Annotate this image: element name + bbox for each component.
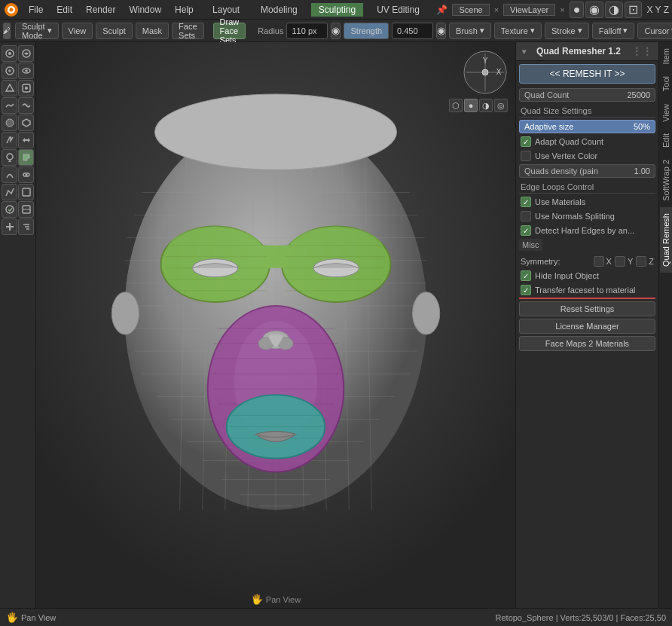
adapt-quad-checkbox[interactable]: ✓ <box>521 136 531 147</box>
tab-softwrap[interactable]: SoftWrap 2 <box>660 154 672 207</box>
brush-btn-1[interactable] <box>2 45 17 62</box>
workspace-modeling[interactable]: Modeling <box>253 3 305 17</box>
tab-view[interactable]: View <box>660 98 672 128</box>
brush-row-5 <box>2 115 34 131</box>
tool-btn-2[interactable] <box>18 184 34 200</box>
strength-btn[interactable]: Strength <box>344 23 389 39</box>
menu-render[interactable]: Render <box>80 3 121 17</box>
detect-hard-checkbox[interactable]: ✓ <box>521 225 531 236</box>
scene-selector[interactable]: Scene <box>452 4 489 16</box>
cursor-dropdown[interactable]: Cursor▾ <box>637 23 672 39</box>
texture-dropdown[interactable]: Texture▾ <box>494 23 542 39</box>
panel-scroll-dots[interactable]: ⋮⋮ <box>631 45 652 57</box>
face-sets-btn[interactable]: Face Sets <box>172 23 203 39</box>
brush-btn-16[interactable] <box>18 166 34 183</box>
workspace-sculpting[interactable]: Sculpting <box>311 3 363 17</box>
quad-count-row[interactable]: Quad Count 25000 <box>519 88 655 102</box>
brush-btn-10[interactable] <box>18 115 34 131</box>
brush-btn-2[interactable] <box>18 45 34 62</box>
brush-btn-8[interactable] <box>18 97 34 114</box>
brush-btn-12[interactable] <box>18 132 34 148</box>
tab-tool[interactable]: Tool <box>660 70 672 97</box>
sym-y-checkbox[interactable] <box>615 256 625 267</box>
panel-collapse-icon[interactable]: ▾ <box>522 47 526 56</box>
sym-z-checkbox[interactable] <box>636 256 646 267</box>
strength-value[interactable]: 0.450 <box>392 23 433 39</box>
svg-point-11 <box>25 87 28 90</box>
adaptive-label: Adaptive size <box>524 122 573 131</box>
menu-edit[interactable]: Edit <box>50 3 78 17</box>
tool-btn-4[interactable] <box>18 201 34 218</box>
tool-btn-3[interactable] <box>2 201 17 218</box>
brush-btn-9[interactable] <box>2 115 17 131</box>
tool-btn-6[interactable] <box>18 218 34 235</box>
brush-btn-4[interactable] <box>18 63 34 79</box>
brush-dropdown[interactable]: Brush▾ <box>449 23 491 39</box>
menu-file[interactable]: File <box>23 3 49 17</box>
viewport-shading-btn[interactable]: ◑ <box>605 2 623 18</box>
brush-btn-11[interactable] <box>2 132 17 148</box>
detect-hard-label: Detect Hard Edges by an... <box>535 226 634 235</box>
quads-density-row[interactable]: Quads density (pain 1.00 <box>519 164 655 178</box>
workspace-layout[interactable]: Layout <box>205 3 247 17</box>
adaptive-size-bar[interactable]: Adaptive size 50% <box>519 120 655 133</box>
viewport-navigator[interactable]: Y X <box>463 50 508 95</box>
hide-input-label: Hide Input Object <box>535 271 599 280</box>
use-materials-checkbox[interactable]: ✓ <box>521 197 531 207</box>
tab-item[interactable]: Item <box>660 42 672 70</box>
transfer-faceset-checkbox[interactable]: ✓ <box>521 285 531 295</box>
menu-help[interactable]: Help <box>169 3 200 17</box>
pan-label: Pan View <box>21 613 56 622</box>
sculpt-btn[interactable]: Sculpt <box>96 23 133 39</box>
falloff-dropdown[interactable]: Falloff▾ <box>592 23 635 39</box>
brush-btn-15[interactable] <box>2 166 17 183</box>
use-normals-label: Use Normals Splitting <box>535 212 615 221</box>
render-btn[interactable]: ● <box>570 2 585 18</box>
stroke-dropdown[interactable]: Stroke▾ <box>545 23 589 39</box>
adapt-quad-label: Adapt Quad Count <box>535 137 603 146</box>
brush-btn-13[interactable] <box>2 149 17 166</box>
tool-btn-5[interactable] <box>2 218 17 235</box>
use-vertex-checkbox[interactable] <box>521 151 531 161</box>
pan-view-status: 🖐 Pan View <box>6 612 56 623</box>
face-maps-button[interactable]: Face Maps 2 Materials <box>519 336 655 351</box>
pan-icon: 🖐 <box>6 612 18 623</box>
brush-btn-active[interactable] <box>18 149 34 166</box>
workspace-uv[interactable]: UV Editing <box>369 3 427 17</box>
tab-quad-remesh[interactable]: Quad Remesh <box>660 207 672 273</box>
hide-input-checkbox[interactable]: ✓ <box>521 270 531 281</box>
menu-window[interactable]: Window <box>123 3 167 17</box>
radius-value[interactable]: 110 px <box>286 23 328 39</box>
viewlayer-selector[interactable]: ViewLayer <box>503 4 555 16</box>
far-right-tabs: Item Tool View Edit SoftWrap 2 Quad Reme… <box>658 42 672 608</box>
rendered-btn[interactable]: ◎ <box>494 99 508 112</box>
view-btn[interactable]: View <box>62 23 93 39</box>
material-btn[interactable]: ◑ <box>479 99 493 112</box>
sym-z-label: Z <box>649 257 654 266</box>
tab-edit[interactable]: Edit <box>660 127 672 154</box>
overlay-btn[interactable]: ⊡ <box>625 2 642 18</box>
sym-x-checkbox[interactable] <box>594 256 604 267</box>
render-options-btn[interactable]: ◉ <box>585 2 603 18</box>
remesh-button[interactable]: << REMESH IT >> <box>519 64 655 84</box>
mask-btn[interactable]: Mask <box>136 23 169 39</box>
strength-pin-btn[interactable]: ◉ <box>436 23 446 39</box>
panel-body: << REMESH IT >> Quad Count 25000 Quad Si… <box>516 61 658 608</box>
solid-btn[interactable]: ● <box>464 99 478 112</box>
brush-btn-5[interactable] <box>2 80 17 96</box>
brush-btn-6[interactable] <box>18 80 34 96</box>
tool-row-1 <box>2 184 34 200</box>
radius-pin-btn[interactable]: ◉ <box>331 23 341 39</box>
adaptive-value: 50% <box>634 122 650 131</box>
viewport[interactable]: Y X ⬡ ● ◑ ◎ 🖐 Pan View <box>36 42 515 608</box>
tool-btn-1[interactable] <box>2 184 17 200</box>
wireframe-btn[interactable]: ⬡ <box>449 99 463 112</box>
active-tool-btn[interactable]: Draw Face Sets <box>213 23 246 39</box>
license-manager-button[interactable]: License Manager <box>519 319 655 334</box>
brush-btn-7[interactable] <box>2 97 17 114</box>
sculpt-mode-dropdown[interactable]: Sculpt Mode ▾ <box>15 23 59 39</box>
reset-settings-button[interactable]: Reset Settings <box>519 301 655 316</box>
brush-btn-3[interactable] <box>2 63 17 79</box>
use-normals-checkbox[interactable] <box>521 211 531 221</box>
edge-loops-title: Edge Loops Control <box>519 180 655 194</box>
